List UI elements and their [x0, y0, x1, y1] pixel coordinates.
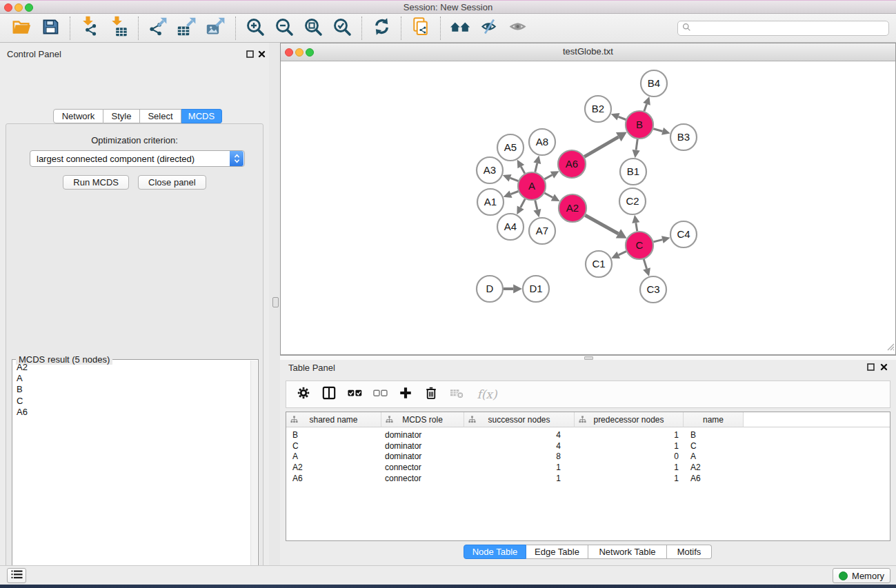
column-visibility-button[interactable]: [320, 385, 338, 403]
tab-select[interactable]: Select: [140, 109, 181, 123]
delete-row-button[interactable]: [422, 385, 440, 403]
show-panels-button[interactable]: [506, 16, 530, 41]
tab-mcds[interactable]: MCDS: [181, 109, 222, 123]
edge-B-B4[interactable]: [644, 104, 647, 111]
node-label-C3: C3: [646, 283, 659, 295]
column-header-name[interactable]: name: [684, 412, 744, 427]
export-network-button[interactable]: [146, 16, 170, 41]
table-float-panel-icon[interactable]: [866, 363, 875, 372]
edge-A-A5[interactable]: [521, 167, 525, 174]
mcds-result-item[interactable]: A: [14, 373, 250, 384]
memory-button[interactable]: Memory: [833, 568, 890, 583]
network-overview-icon: [450, 17, 471, 39]
network-overview-button[interactable]: [448, 16, 472, 41]
column-header-successor-nodes[interactable]: successor nodes: [464, 412, 575, 427]
zoom-selected-button[interactable]: [330, 16, 355, 41]
export-table-button[interactable]: [175, 16, 199, 41]
zoom-fit-button[interactable]: [301, 16, 326, 41]
cell-name: A2: [684, 463, 744, 472]
duplicate-network-button[interactable]: [408, 16, 433, 41]
control-panel-tabs: NetworkStyleSelectMCDS: [53, 109, 222, 123]
import-table-button[interactable]: [106, 16, 131, 41]
window-titlebar: Session: New Session: [0, 0, 896, 14]
edge-A-A4[interactable]: [521, 199, 526, 207]
edge-B-B1[interactable]: [636, 139, 637, 150]
edge-C-C2[interactable]: [636, 223, 637, 231]
zoom-out-button[interactable]: [272, 16, 297, 41]
select-all-rows-button[interactable]: [346, 385, 364, 403]
export-table-icon: [177, 16, 198, 40]
mcds-result-item[interactable]: B: [14, 384, 250, 395]
vertical-splitter-grip[interactable]: [272, 297, 279, 307]
tab-motifs[interactable]: Motifs: [667, 545, 712, 559]
unselect-all-rows-button[interactable]: [371, 385, 389, 403]
add-row-button[interactable]: [397, 385, 415, 403]
table-row[interactable]: A6connector11A6: [286, 473, 890, 484]
main-toolbar: [0, 14, 896, 43]
control-panel: Control Panel NetworkStyleSelectMCDS Opt…: [0, 43, 269, 565]
zoom-in-button[interactable]: [243, 16, 268, 41]
search-input[interactable]: [694, 22, 884, 34]
edge-A-A6[interactable]: [544, 175, 552, 179]
table-row[interactable]: A2connector11A2: [286, 462, 890, 473]
node-label-A: A: [528, 180, 535, 192]
edge-A-A2[interactable]: [544, 193, 552, 197]
delete-table-icon: [450, 386, 464, 403]
mcds-result-item[interactable]: A6: [14, 407, 250, 418]
edge-arrow-icon: [513, 284, 522, 293]
tab-style[interactable]: Style: [103, 109, 140, 123]
column-header-shared-name[interactable]: shared name: [286, 412, 381, 427]
edge-A-A8[interactable]: [535, 163, 537, 172]
resize-grip-icon[interactable]: [885, 341, 895, 354]
hierarchy-icon: [468, 416, 476, 425]
edge-C-C4[interactable]: [653, 240, 662, 242]
float-panel-icon[interactable]: [246, 50, 255, 59]
tab-network-table[interactable]: Network Table: [588, 545, 667, 559]
mcds-result-item[interactable]: C: [14, 396, 250, 407]
table-settings-button[interactable]: [295, 385, 312, 403]
column-header-predecessor-nodes[interactable]: predecessor nodes: [575, 412, 684, 427]
edge-A-A7[interactable]: [535, 200, 537, 210]
table-row[interactable]: Bdominator41B: [286, 429, 890, 440]
edge-A-A1[interactable]: [511, 192, 519, 194]
edge-arrow-icon: [533, 209, 541, 218]
tab-node-table[interactable]: Node Table: [464, 545, 526, 559]
optimization-label: Optimization criterion:: [6, 135, 263, 145]
export-image-button[interactable]: [203, 16, 228, 41]
cell-MCDS-role: connector: [381, 463, 464, 472]
edge-A6-B[interactable]: [584, 137, 619, 157]
mcds-buttons: Run MCDS Close panel: [6, 175, 263, 190]
close-panel-button[interactable]: Close panel: [138, 175, 206, 190]
cell-MCDS-role: connector: [381, 474, 464, 483]
table-close-panel-icon[interactable]: [879, 363, 888, 372]
tab-network[interactable]: Network: [53, 109, 103, 123]
table-row[interactable]: Adominator80A: [286, 451, 890, 462]
network-canvas[interactable]: B4B2BB3A5A8A6A3B1AA1C2A2A4A7C4CC1C3DD1: [281, 61, 895, 354]
cell-successor-nodes: 4: [464, 430, 575, 440]
refresh-button[interactable]: [369, 16, 394, 41]
edge-B-B2[interactable]: [619, 116, 626, 119]
edge-A2-C[interactable]: [585, 215, 618, 234]
table-row[interactable]: Cdominator41C: [286, 440, 890, 452]
close-panel-icon[interactable]: [257, 50, 266, 59]
mcds-result-item[interactable]: A2: [14, 362, 250, 373]
node-label-A6: A6: [566, 158, 578, 170]
save-session-button[interactable]: [38, 16, 63, 41]
tab-edge-table[interactable]: Edge Table: [526, 545, 588, 559]
result-scrollbar[interactable]: [250, 361, 257, 588]
open-session-button[interactable]: [9, 16, 34, 41]
edge-B-B3[interactable]: [653, 129, 662, 132]
import-network-button[interactable]: [77, 16, 102, 41]
toolbar-separator: [361, 17, 362, 40]
edge-C-C3[interactable]: [644, 259, 646, 269]
edge-C-C1[interactable]: [619, 252, 626, 255]
toolbar-separator: [138, 17, 139, 40]
run-mcds-button[interactable]: Run MCDS: [63, 175, 129, 190]
task-history-button[interactable]: [7, 568, 26, 583]
horizontal-splitter[interactable]: [280, 355, 896, 360]
hide-panels-button[interactable]: [477, 16, 501, 41]
network-window-titlebar[interactable]: testGlobe.txt: [281, 43, 895, 61]
column-header-MCDS-role[interactable]: MCDS role: [381, 412, 464, 427]
criterion-select[interactable]: largest connected component (directed): [30, 150, 245, 167]
edge-A-A3[interactable]: [510, 178, 519, 181]
